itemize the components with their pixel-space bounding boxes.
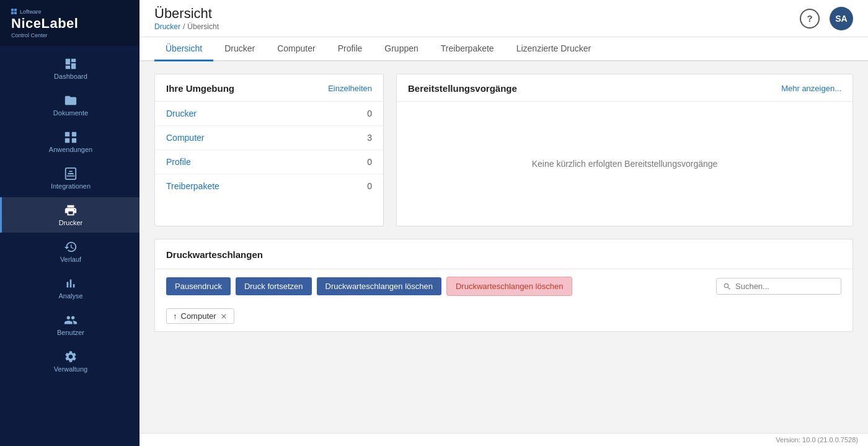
umgebung-einzelheiten-link[interactable]: Einzelheiten xyxy=(328,84,372,93)
tab-drucker[interactable]: Drucker xyxy=(213,37,266,61)
sidebar-dashboard-label: Dashboard xyxy=(54,73,87,80)
svg-rect-0 xyxy=(11,9,14,11)
sidebar-item-anwendungen[interactable]: Anwendungen xyxy=(0,124,140,159)
breadcrumb-drucker-link[interactable]: Drucker xyxy=(154,22,180,31)
env-table: Drucker 0 Computer 3 Profile 0 Treiberpa… xyxy=(155,102,383,198)
filter-arrow: ↑ xyxy=(173,311,177,321)
svg-rect-7 xyxy=(72,138,76,143)
help-label: ? xyxy=(807,13,812,24)
sidebar-verwaltung-label: Verwaltung xyxy=(54,365,87,373)
sidebar-logo: Loftware NiceLabel Control Center xyxy=(0,0,140,46)
main-content: Übersicht Drucker / Übersicht ? SA Übers… xyxy=(140,0,868,446)
tab-gruppen-label: Gruppen xyxy=(384,43,418,53)
tab-computer[interactable]: Computer xyxy=(266,37,326,61)
control-center-label: Control Center xyxy=(11,32,128,38)
anwendungen-icon xyxy=(64,130,78,144)
dokumente-icon xyxy=(64,94,78,107)
dashboard-icon xyxy=(64,57,78,71)
sidebar-item-analyse[interactable]: Analyse xyxy=(0,270,140,306)
tab-lizenzierte-drucker-label: Lizenzierte Drucker xyxy=(516,43,591,53)
pausendruck-button[interactable]: Pausendruck xyxy=(166,277,231,295)
filter-chip-computer[interactable]: ↑ Computer xyxy=(166,308,234,324)
tab-ubersicht-label: Übersicht xyxy=(166,43,202,53)
sidebar-anwendungen-label: Anwendungen xyxy=(49,146,92,153)
sidebar-verlauf-label: Verlauf xyxy=(60,256,81,263)
search-icon xyxy=(723,282,732,291)
loftware-icon xyxy=(11,9,17,15)
warteschlangen-loeschen2-button[interactable]: Druckwarteschlangen löschen xyxy=(446,277,572,296)
bereitstellung-title: Bereitstellungsvorgänge xyxy=(408,83,517,94)
tab-treiberpakete[interactable]: Treiberpakete xyxy=(430,37,505,61)
analyse-icon xyxy=(64,277,78,290)
sidebar-benutzer-label: Benutzer xyxy=(57,329,84,336)
bereitstellung-empty: Keine kürzlich erfolgten Bereitstellungs… xyxy=(397,102,852,226)
help-button[interactable]: ? xyxy=(800,9,820,29)
tab-lizenzierte-drucker[interactable]: Lizenzierte Drucker xyxy=(505,37,603,61)
sidebar-item-drucker[interactable]: Drucker xyxy=(0,197,140,233)
sidebar-item-dokumente[interactable]: Dokumente xyxy=(0,87,140,123)
env-treiberpakete-count: 0 xyxy=(367,181,372,191)
integrationen-icon xyxy=(64,167,78,181)
umgebung-card: Ihre Umgebung Einzelheiten Drucker 0 Com… xyxy=(154,74,384,226)
druckwart-title: Druckwarteschlangen xyxy=(166,249,263,260)
avatar[interactable]: SA xyxy=(830,7,853,30)
sidebar-item-verlauf[interactable]: Verlauf xyxy=(0,234,140,269)
sidebar-dokumente-label: Dokumente xyxy=(53,109,88,117)
breadcrumb-current: Übersicht xyxy=(187,22,219,31)
sidebar-item-benutzer[interactable]: Benutzer xyxy=(0,307,140,342)
sidebar-item-integrationen[interactable]: Integrationen xyxy=(0,161,140,196)
filter-chip-close-icon[interactable] xyxy=(220,313,228,320)
tab-gruppen[interactable]: Gruppen xyxy=(373,37,429,61)
sidebar-item-verwaltung[interactable]: Verwaltung xyxy=(0,344,140,379)
verlauf-icon xyxy=(64,240,78,254)
filter-chip-label: Computer xyxy=(181,311,216,321)
env-profile-link[interactable]: Profile xyxy=(166,157,191,167)
bereitstellung-mehr-link[interactable]: Mehr anzeigen... xyxy=(781,84,841,93)
svg-rect-1 xyxy=(14,9,17,11)
druckwart-header: Druckwarteschlangen xyxy=(155,239,852,269)
page-title: Übersicht xyxy=(154,6,219,22)
bereitstellung-card-header: Bereitstellungsvorgänge Mehr anzeigen... xyxy=(397,74,852,102)
filter-row: ↑ Computer xyxy=(155,303,852,331)
benutzer-icon xyxy=(64,313,78,327)
search-box xyxy=(716,278,841,295)
nicelabel-logo-text: NiceLabel xyxy=(11,16,128,31)
tab-profile-label: Profile xyxy=(338,43,363,53)
version-bar: Version: 10.0 (21.0.0.7528) xyxy=(140,433,868,446)
cards-row: Ihre Umgebung Einzelheiten Drucker 0 Com… xyxy=(154,74,853,226)
tab-drucker-label: Drucker xyxy=(224,43,255,53)
sidebar: Loftware NiceLabel Control Center Dashbo… xyxy=(0,0,140,446)
env-computer-link[interactable]: Computer xyxy=(166,133,204,143)
verwaltung-icon xyxy=(64,350,78,363)
sidebar-item-dashboard[interactable]: Dashboard xyxy=(0,51,140,86)
tab-treiberpakete-label: Treiberpakete xyxy=(441,43,494,53)
breadcrumb-separator: / xyxy=(183,22,185,31)
env-treiberpakete-link[interactable]: Treiberpakete xyxy=(166,181,219,191)
version-text: Version: 10.0 (21.0.0.7528) xyxy=(776,436,858,444)
sidebar-nav: Dashboard Dokumente Anwendungen xyxy=(0,46,140,384)
tab-profile[interactable]: Profile xyxy=(327,37,374,61)
env-row-treiberpakete: Treiberpakete 0 xyxy=(155,174,383,198)
tab-computer-label: Computer xyxy=(277,43,315,53)
env-drucker-link[interactable]: Drucker xyxy=(166,109,197,118)
umgebung-title: Ihre Umgebung xyxy=(166,83,234,94)
search-input[interactable] xyxy=(735,282,835,291)
env-row-computer: Computer 3 xyxy=(155,126,383,150)
env-computer-count: 3 xyxy=(367,133,372,143)
topbar: Übersicht Drucker / Übersicht ? SA xyxy=(140,0,868,37)
warteschlangen-loeschen-button[interactable]: Druckwarteschlangen löschen xyxy=(317,277,441,295)
logo-loftware: Loftware xyxy=(11,9,128,15)
env-row-drucker: Drucker 0 xyxy=(155,102,383,126)
svg-rect-5 xyxy=(72,132,76,136)
druck-fortsetzen-button[interactable]: Druck fortsetzen xyxy=(236,277,312,295)
env-profile-count: 0 xyxy=(367,157,372,167)
sidebar-drucker-label: Drucker xyxy=(59,219,83,226)
tab-ubersicht[interactable]: Übersicht xyxy=(154,37,213,61)
breadcrumb: Drucker / Übersicht xyxy=(154,22,219,31)
umgebung-card-header: Ihre Umgebung Einzelheiten xyxy=(155,74,383,102)
loftware-text: Loftware xyxy=(20,9,42,15)
svg-rect-2 xyxy=(11,12,14,14)
bereitstellung-empty-text: Keine kürzlich erfolgten Bereitstellungs… xyxy=(532,159,718,169)
sidebar-analyse-label: Analyse xyxy=(58,292,82,300)
content-area: Ihre Umgebung Einzelheiten Drucker 0 Com… xyxy=(140,61,868,433)
